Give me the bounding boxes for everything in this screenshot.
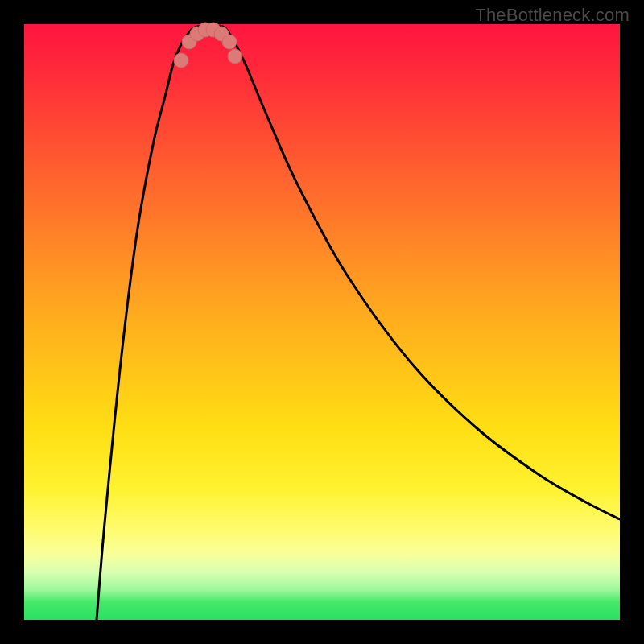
chart-frame: TheBottleneck.com [0,0,644,644]
data-marker [174,53,188,68]
curve-path [97,25,620,620]
plot-area [24,24,620,620]
bottleneck-curve [97,25,620,620]
data-marker [228,49,242,64]
curve-layer [24,24,620,620]
marker-cluster [174,23,242,68]
watermark-text: TheBottleneck.com [475,5,630,26]
data-marker [222,35,237,49]
